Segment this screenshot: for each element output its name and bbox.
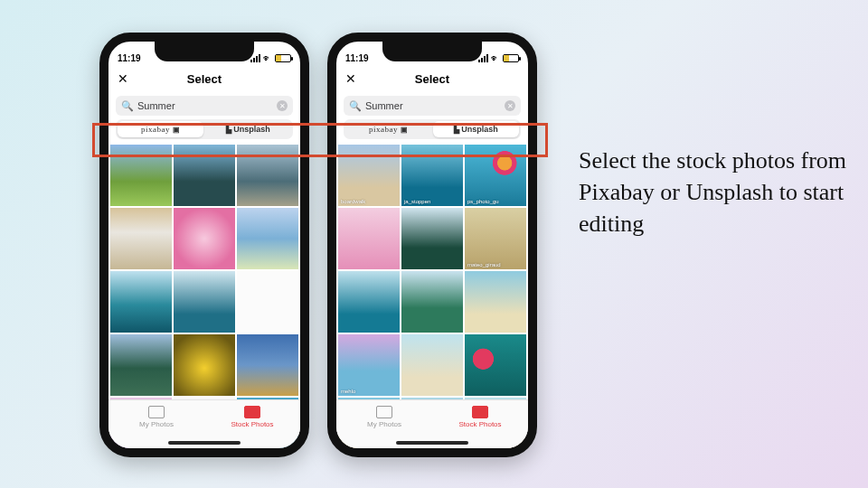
status-time: 11:19 xyxy=(345,53,369,63)
photo-thumbnail[interactable] xyxy=(174,271,235,333)
photo-thumbnail[interactable] xyxy=(110,334,172,396)
search-input[interactable]: Summer xyxy=(137,100,273,111)
phone-mockups: 11:19 ᯤ ✕ Select🔍 Summer ✕pixabay▣Unspla… xyxy=(99,33,537,457)
photo-thumbnail[interactable] xyxy=(237,334,298,396)
close-button[interactable]: ✕ xyxy=(345,71,356,86)
search-input[interactable]: Summer xyxy=(365,100,501,111)
battery-icon xyxy=(275,54,291,62)
search-icon: 🔍 xyxy=(121,100,134,112)
photo-thumbnail[interactable] xyxy=(174,208,235,269)
tab-label: Stock Photos xyxy=(231,420,273,428)
clear-search-button[interactable]: ✕ xyxy=(505,100,515,111)
search-bar[interactable]: 🔍 Summer ✕ xyxy=(116,96,293,116)
my-photos-icon xyxy=(148,406,165,418)
provider-pixabay[interactable]: pixabay▣ xyxy=(118,121,203,137)
pixabay-logo: pixabay xyxy=(141,125,170,134)
notch xyxy=(155,42,254,61)
home-indicator xyxy=(168,441,241,445)
photo-thumbnail[interactable] xyxy=(465,334,526,396)
provider-unsplash[interactable]: Unsplash xyxy=(205,121,291,137)
photo-thumbnail[interactable] xyxy=(237,271,298,333)
photo-thumbnail[interactable]: mateo_giraud xyxy=(465,208,526,269)
photo-credit: mateo_giraud xyxy=(467,262,501,267)
notch xyxy=(382,42,482,61)
photo-thumbnail[interactable] xyxy=(465,271,526,333)
photo-thumbnail[interactable] xyxy=(110,208,172,269)
photo-thumbnail[interactable] xyxy=(338,208,400,269)
unsplash-logo: Unsplash xyxy=(226,125,270,134)
photo-credit: boardwalk xyxy=(341,199,365,204)
tab-label: Stock Photos xyxy=(458,420,501,428)
photo-thumbnail[interactable] xyxy=(110,271,172,333)
nav-title: Select xyxy=(415,72,449,86)
my-photos-icon xyxy=(376,406,392,418)
tab-label: My Photos xyxy=(367,420,401,428)
photo-thumbnail[interactable] xyxy=(401,271,463,333)
photo-credit: ps_photo_gu xyxy=(467,199,499,204)
provider-segmented-control: pixabay▣Unsplash xyxy=(116,119,293,139)
phone: 11:19 ᯤ ✕ Select🔍 Summer ✕pixabay▣Unspla… xyxy=(327,33,537,457)
search-icon: 🔍 xyxy=(349,100,362,112)
wifi-icon: ᯤ xyxy=(263,53,272,63)
photo-thumbnail[interactable] xyxy=(174,145,235,206)
close-button[interactable]: ✕ xyxy=(118,71,128,86)
nav-bar: ✕ Select xyxy=(108,65,300,92)
photo-thumbnail[interactable]: boardwalk xyxy=(338,145,400,206)
photo-thumbnail[interactable] xyxy=(237,145,298,206)
camera-icon: ▣ xyxy=(173,126,180,134)
tab-label: My Photos xyxy=(139,420,174,428)
nav-bar: ✕ Select xyxy=(336,65,528,92)
photo-credit: mehlo xyxy=(341,389,355,394)
photo-thumbnail[interactable] xyxy=(401,334,463,396)
provider-unsplash[interactable]: Unsplash xyxy=(433,121,519,137)
battery-icon xyxy=(503,54,519,62)
nav-title: Select xyxy=(187,72,222,86)
photo-thumbnail[interactable] xyxy=(174,334,235,396)
stock-photos-icon xyxy=(244,406,260,418)
photo-thumbnail[interactable] xyxy=(110,145,172,206)
photo-thumbnail[interactable] xyxy=(237,208,298,269)
photo-thumbnail[interactable] xyxy=(338,271,400,333)
search-bar[interactable]: 🔍 Summer ✕ xyxy=(344,96,521,116)
camera-icon: ▣ xyxy=(401,126,408,134)
pixabay-logo: pixabay xyxy=(369,125,398,134)
photo-thumbnail[interactable] xyxy=(401,208,463,269)
photo-credit: ja_stoppen xyxy=(404,199,430,204)
home-indicator xyxy=(396,441,468,445)
phone: 11:19 ᯤ ✕ Select🔍 Summer ✕pixabay▣Unspla… xyxy=(99,33,309,457)
provider-pixabay[interactable]: pixabay▣ xyxy=(345,121,431,137)
status-time: 11:19 xyxy=(118,53,141,63)
photo-thumbnail[interactable]: ps_photo_gu xyxy=(465,145,526,206)
stock-photos-icon xyxy=(472,406,488,418)
unsplash-logo: Unsplash xyxy=(454,125,498,134)
instruction-text: Select the stock photos from Pixabay or … xyxy=(579,145,850,239)
clear-search-button[interactable]: ✕ xyxy=(277,100,288,111)
provider-segmented-control: pixabay▣Unsplash xyxy=(344,119,521,139)
photo-thumbnail[interactable]: ja_stoppen xyxy=(401,145,463,206)
photo-thumbnail[interactable]: mehlo xyxy=(338,334,400,396)
wifi-icon: ᯤ xyxy=(491,53,500,63)
